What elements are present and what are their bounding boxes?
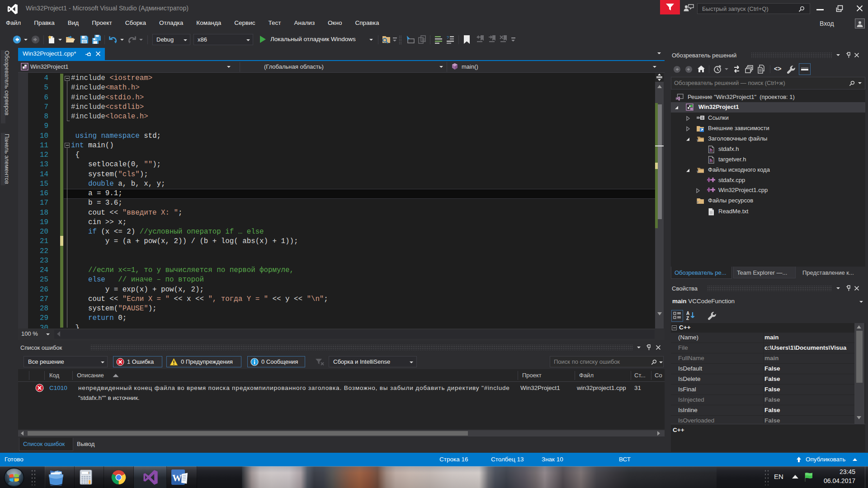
svg-text:W: W — [172, 473, 182, 483]
svg-text:h: h — [710, 148, 713, 153]
svg-text:?: ? — [447, 35, 449, 40]
svg-text:A: A — [686, 311, 689, 316]
svg-text:h: h — [710, 158, 713, 164]
svg-text:Z: Z — [686, 316, 689, 321]
svg-text:0: 0 — [88, 472, 90, 475]
